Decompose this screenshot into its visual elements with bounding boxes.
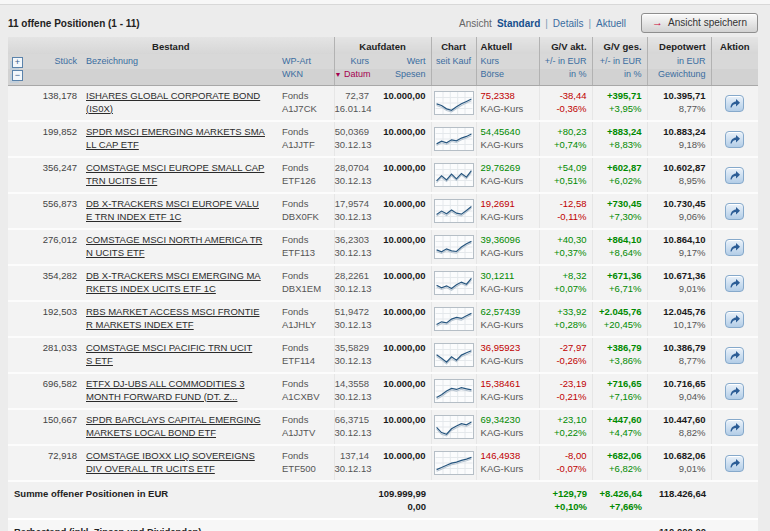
position-name-link[interactable]: COMSTAGE MSCI NORTH AMERICA TRN UCITS ET… (82, 229, 278, 265)
sort-wert[interactable]: Wert (374, 54, 431, 69)
position-name-link[interactable]: COMSTAGE IBOXX LIQ SOVEREIGNSDIV OVERALL… (82, 445, 278, 481)
gv-akt: -23,19-0,21% (539, 373, 592, 409)
position-name-link[interactable]: DB X-TRACKERS MSCI EUROPE VALUE TRN INDE… (82, 193, 278, 229)
current-price: 69,34230KAG-Kurs (476, 409, 539, 445)
sort-spesen[interactable]: Spesen (374, 69, 431, 86)
chart-thumbnail[interactable] (431, 157, 476, 193)
gv-ges: +447,60+4,47% (592, 409, 647, 445)
sort-boerse[interactable]: Börse (476, 69, 539, 86)
buy-value: 10.000,00 (374, 445, 431, 481)
sum-depotwert: 118.426,64 (647, 481, 711, 519)
sort-bezeichnung[interactable]: Bezeichnung (82, 54, 278, 69)
chart-thumbnail[interactable] (431, 373, 476, 409)
position-name-link[interactable]: DB X-TRACKERS MSCI EMERGING MARKETS INDE… (82, 265, 278, 301)
buy-value: 10.000,00 (374, 337, 431, 373)
position-name-link[interactable]: SPDR MSCI EMERGING MARKETS SMALL CAP ETF (82, 121, 278, 157)
sum-gv-akt: +129,79 +0,10% (539, 481, 592, 519)
position-name-link[interactable]: ETFX DJ-UBS ALL COMMODITIES 3MONTH FORWA… (82, 373, 278, 409)
sort-gewichtung[interactable]: Gewichtung (647, 69, 711, 86)
sparkline-chart-icon (434, 235, 474, 259)
view-details[interactable]: Details (553, 18, 584, 29)
quantity: 72,918 (34, 445, 82, 481)
gv-ges: +602,87+6,02% (592, 157, 647, 193)
table-row: 276,012 COMSTAGE MSCI NORTH AMERICA TRN … (8, 229, 758, 265)
expand-all-icon[interactable]: + (12, 57, 23, 68)
sort-datum-active[interactable]: ▼ Datum (334, 69, 374, 86)
sum-gv-ges: +8.426,64 +7,66% (592, 481, 647, 519)
chart-thumbnail[interactable] (431, 445, 476, 481)
chart-thumbnail[interactable] (431, 265, 476, 301)
security-type: FondsDBX0FK (278, 193, 334, 229)
quantity: 556,873 (34, 193, 82, 229)
sort-wp-art[interactable]: WP-Art (278, 54, 334, 69)
gv-ges: +2.045,76+20,45% (592, 301, 647, 337)
sort-gv-akt-pct[interactable]: in % (539, 69, 592, 86)
current-price: 146,4938KAG-Kurs (476, 445, 539, 481)
position-name-link[interactable]: ISHARES GLOBAL CORPORATE BOND(IS0X) (82, 86, 278, 122)
gv-ges: +386,79+3,86% (592, 337, 647, 373)
gv-ges: +682,06+6,82% (592, 445, 647, 481)
chart-thumbnail[interactable] (431, 229, 476, 265)
sort-kurs-kauf[interactable]: Kurs (334, 54, 374, 69)
quantity: 354,282 (34, 265, 82, 301)
sort-wkn[interactable]: WKN (278, 69, 334, 86)
chart-thumbnail[interactable] (431, 301, 476, 337)
table-row: 192,503 RBS MARKET ACCESS MSCI FRONTIER … (8, 301, 758, 337)
gv-ges: +395,71+3,95% (592, 86, 647, 122)
sparkline-chart-icon (434, 163, 474, 187)
save-view-label: Ansicht speichern (668, 17, 747, 28)
table-footer: Summe offener Positionen in EUR 109.999,… (8, 481, 758, 531)
sort-gv-ges-pct[interactable]: in % (592, 69, 647, 86)
position-name-link[interactable]: SPDR BARCLAYS CAPITAL EMERGINGMARKETS LO… (82, 409, 278, 445)
save-view-button[interactable]: → Ansicht speichern (641, 13, 758, 33)
table-row: 556,873 DB X-TRACKERS MSCI EUROPE VALUE … (8, 193, 758, 229)
buy-price: 35,582930.12.13 (334, 337, 374, 373)
collapse-all-icon[interactable]: − (12, 70, 23, 81)
view-standard[interactable]: Standard (497, 18, 540, 29)
positions-body: 138,178 ISHARES GLOBAL CORPORATE BOND(IS… (8, 86, 758, 482)
order-action-button[interactable] (725, 167, 744, 184)
chart-thumbnail[interactable] (431, 121, 476, 157)
gv-akt: -27,97-0,26% (539, 337, 592, 373)
gv-akt: +40,30+0,37% (539, 229, 592, 265)
chart-thumbnail[interactable] (431, 193, 476, 229)
order-action-button[interactable] (725, 275, 744, 292)
order-action-button[interactable] (725, 239, 744, 256)
sparkline-chart-icon (434, 127, 474, 151)
sort-stueck[interactable]: Stück (34, 54, 82, 69)
chart-thumbnail[interactable] (431, 337, 476, 373)
position-name-link[interactable]: COMSTAGE MSCI PACIFIC TRN UCITS ETF (82, 337, 278, 373)
sort-desc-icon: ▼ (335, 71, 342, 78)
security-type: FondsA1JJTF (278, 121, 334, 157)
col-chart: Chart (431, 37, 476, 54)
order-action-button[interactable] (725, 95, 744, 112)
depot-value: 12.045,7610,17% (647, 301, 711, 337)
order-action-button[interactable] (725, 455, 744, 472)
gv-ges: +671,36+6,71% (592, 265, 647, 301)
order-action-button[interactable] (725, 203, 744, 220)
quantity: 150,667 (34, 409, 82, 445)
order-action-button[interactable] (725, 347, 744, 364)
depot-value: 10.864,109,17% (647, 229, 711, 265)
order-action-button[interactable] (725, 311, 744, 328)
sort-gv-ges-eur[interactable]: +/- in EUR (592, 54, 647, 69)
current-price: 30,1211KAG-Kurs (476, 265, 539, 301)
forward-arrow-icon (729, 314, 741, 325)
chart-thumbnail[interactable] (431, 409, 476, 445)
forward-arrow-icon (729, 242, 741, 253)
forward-arrow-icon (729, 98, 741, 109)
sort-depot-eur[interactable]: in EUR (647, 54, 711, 69)
sort-kurs-aktuell[interactable]: Kurs (476, 54, 539, 69)
order-action-button[interactable] (725, 131, 744, 148)
order-action-button[interactable] (725, 383, 744, 400)
order-action-button[interactable] (725, 419, 744, 436)
forward-arrow-icon (729, 278, 741, 289)
position-name-link[interactable]: RBS MARKET ACCESS MSCI FRONTIER MARKETS … (82, 301, 278, 337)
chart-thumbnail[interactable] (431, 86, 476, 122)
sort-gv-akt-eur[interactable]: +/- in EUR (539, 54, 592, 69)
buy-price: 14,355830.12.13 (334, 373, 374, 409)
position-name-link[interactable]: COMSTAGE MSCI EUROPE SMALL CAPTRN UCITS … (82, 157, 278, 193)
view-aktuell[interactable]: Aktuell (596, 18, 626, 29)
buy-value: 10.000,00 (374, 121, 431, 157)
forward-arrow-icon (729, 206, 741, 217)
